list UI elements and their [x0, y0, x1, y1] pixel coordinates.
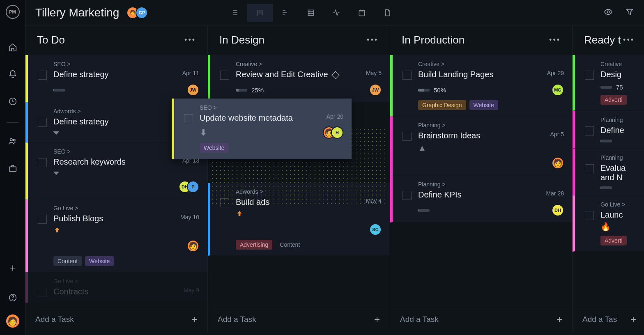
- filter-icon[interactable]: [625, 7, 634, 18]
- task-card[interactable]: SEO >Define strategyApr 11JW: [25, 55, 207, 102]
- card-checkbox[interactable]: [585, 164, 594, 173]
- task-card[interactable]: Go Live >Publish BlogsMay 10ContentWebsi…: [25, 199, 207, 272]
- column-menu-icon[interactable]: •••: [549, 36, 561, 44]
- view-sheet-icon[interactable]: [298, 4, 324, 22]
- card-avatars: SC: [369, 223, 382, 236]
- add-icon[interactable]: [4, 259, 21, 277]
- assignee-avatar[interactable]: JW: [187, 84, 199, 96]
- app-logo[interactable]: PM: [6, 5, 20, 19]
- current-user-avatar[interactable]: [6, 314, 19, 328]
- view-calendar-icon[interactable]: [349, 4, 375, 22]
- assignee-avatar[interactable]: [187, 240, 199, 252]
- assignee-avatar[interactable]: H: [331, 126, 343, 139]
- card-category: Go Live >: [600, 201, 638, 208]
- assignee-avatar[interactable]: [552, 157, 564, 169]
- assignee-avatar[interactable]: MG: [552, 84, 564, 96]
- card-title[interactable]: Desig: [600, 70, 638, 79]
- view-board-icon[interactable]: [247, 4, 273, 22]
- add-task-button[interactable]: Add a Task+: [390, 307, 572, 332]
- card-category: Planning >: [418, 122, 564, 128]
- task-card[interactable]: Go Live >Launc🔥Adverti: [573, 195, 644, 252]
- card-checkbox[interactable]: [220, 71, 229, 80]
- tag[interactable]: Website: [85, 256, 114, 266]
- tag[interactable]: Adverti: [600, 236, 627, 246]
- home-icon[interactable]: [4, 39, 21, 56]
- card-title[interactable]: Build ads: [236, 197, 363, 207]
- card-checkbox[interactable]: [402, 71, 412, 80]
- card-checkbox[interactable]: [38, 215, 47, 224]
- card-checkbox[interactable]: [220, 198, 229, 207]
- card-title[interactable]: Evalua and N: [600, 163, 638, 182]
- expand-icon[interactable]: ▼: [51, 170, 61, 176]
- assignee-avatar[interactable]: DH: [552, 204, 564, 216]
- card-title[interactable]: Contracts: [53, 287, 180, 296]
- tag[interactable]: Content: [53, 256, 82, 266]
- tag[interactable]: Adverti: [600, 95, 627, 105]
- assignee-avatar[interactable]: SC: [369, 223, 382, 236]
- card-checkbox[interactable]: [402, 132, 412, 141]
- column-menu-icon[interactable]: •••: [367, 36, 378, 44]
- card-title[interactable]: Build Landing Pages: [418, 70, 544, 79]
- card-checkbox[interactable]: [38, 118, 47, 127]
- help-icon[interactable]: [4, 289, 21, 306]
- tag[interactable]: Advertising: [236, 240, 272, 250]
- people-icon[interactable]: [4, 133, 21, 150]
- card-checkbox[interactable]: [184, 114, 193, 123]
- card-title[interactable]: Define: [600, 126, 638, 135]
- card-checkbox[interactable]: [585, 71, 594, 80]
- visibility-icon[interactable]: [604, 7, 613, 18]
- svg-point-8: [607, 11, 610, 13]
- clock-icon[interactable]: [4, 93, 21, 110]
- briefcase-icon[interactable]: [4, 160, 21, 177]
- plus-icon: +: [557, 314, 562, 325]
- svg-point-1: [10, 139, 12, 141]
- card-title[interactable]: Define KPIs: [418, 190, 543, 200]
- task-card[interactable]: Creative >Build Landing PagesApr 2950%MG…: [390, 55, 572, 116]
- assignee-avatar[interactable]: JW: [369, 84, 382, 96]
- card-checkbox[interactable]: [38, 158, 47, 167]
- task-card[interactable]: Planning >Brainstorm IdeasApr 5▲: [390, 116, 572, 175]
- column-title: To Do: [37, 34, 65, 46]
- card-title[interactable]: Research keywords: [53, 157, 179, 167]
- card-title[interactable]: Publish Blogs: [53, 214, 177, 223]
- task-card[interactable]: Adwords >Build adsMay 4SCAdvertisingCont…: [208, 183, 390, 256]
- bell-icon[interactable]: [4, 66, 21, 83]
- add-task-button[interactable]: Add a Task+: [25, 307, 207, 332]
- expand-icon[interactable]: ▼: [51, 129, 61, 136]
- dragging-card[interactable]: SEO > Update website metadata Apr 20 ⬇ H…: [172, 99, 352, 159]
- task-card[interactable]: Go Live >ContractsMay 9: [25, 272, 207, 303]
- tag[interactable]: Website: [469, 100, 498, 110]
- card-checkbox[interactable]: [38, 71, 47, 80]
- view-gantt-icon[interactable]: [273, 4, 298, 22]
- add-task-button[interactable]: Add a Tas+: [573, 307, 644, 332]
- card-title[interactable]: Review and Edit Creative: [236, 70, 363, 79]
- project-members[interactable]: 🧑 GP: [126, 7, 148, 19]
- plus-icon: +: [630, 314, 636, 325]
- task-card[interactable]: Creative >Review and Edit Creative May 5…: [208, 55, 390, 102]
- column-menu-icon[interactable]: •••: [184, 36, 196, 44]
- card-checkbox[interactable]: [585, 211, 594, 220]
- card-checkbox[interactable]: [402, 191, 412, 200]
- view-list-icon[interactable]: [222, 4, 247, 22]
- tag[interactable]: Website: [200, 143, 228, 153]
- card-title[interactable]: Brainstorm Ideas: [418, 131, 547, 140]
- view-activity-icon[interactable]: [324, 4, 349, 22]
- card-checkbox[interactable]: [585, 126, 594, 135]
- column-menu-icon[interactable]: •••: [623, 36, 635, 44]
- card-title[interactable]: Update website metadata: [200, 113, 323, 123]
- tag[interactable]: Content: [276, 240, 304, 250]
- task-card[interactable]: PlanningEvalua and N: [573, 149, 644, 195]
- task-card[interactable]: PlanningDefine: [573, 111, 644, 149]
- card-title[interactable]: Define strategy: [53, 70, 179, 79]
- view-file-icon[interactable]: [375, 4, 400, 22]
- add-task-button[interactable]: Add a Task+: [208, 307, 390, 332]
- card-checkbox[interactable]: [38, 288, 47, 297]
- assignee-avatar[interactable]: P: [187, 181, 199, 193]
- card-title[interactable]: Launc: [600, 210, 638, 220]
- member-avatar[interactable]: GP: [136, 7, 148, 19]
- progress-bar: [600, 140, 612, 142]
- tag[interactable]: Graphic Design: [418, 100, 466, 110]
- plus-icon: +: [374, 314, 380, 325]
- task-card[interactable]: CreativeDesig75Adverti: [573, 55, 644, 111]
- task-card[interactable]: Planning >Define KPIsMar 28DH: [390, 175, 572, 223]
